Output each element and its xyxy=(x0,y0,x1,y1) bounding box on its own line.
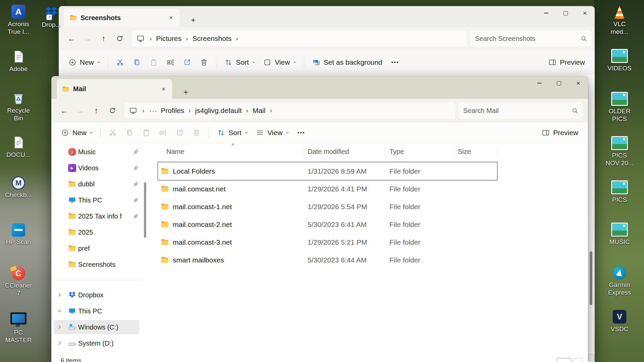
close-tab-icon[interactable]: × xyxy=(168,14,174,21)
sidebar-item-windows-c[interactable]: Windows (C:) xyxy=(51,319,148,335)
new-tab-button[interactable]: + xyxy=(188,15,198,27)
sidebar-item-this-pc-tree[interactable]: This PC xyxy=(51,303,148,319)
new-button[interactable]: New › xyxy=(57,125,97,140)
sidebar-item-dubbl[interactable]: dubbl xyxy=(51,176,148,192)
close-tab-icon[interactable]: × xyxy=(160,85,167,93)
desktop-icon-pics[interactable]: PICS xyxy=(602,178,637,204)
back-button[interactable]: ← xyxy=(56,103,72,118)
search-icon[interactable] xyxy=(580,35,587,42)
desktop-icon-pc-master[interactable]: PCMASTER xyxy=(1,308,36,344)
sidebar-item-screenshots[interactable]: Screenshots xyxy=(51,256,148,273)
search-input[interactable] xyxy=(474,35,580,43)
desktop-icon-videos[interactable]: VIDEOS xyxy=(602,47,637,72)
table-row-local-folders[interactable]: Local Folders 1/31/2026 8:59 AM File fol… xyxy=(158,162,497,180)
search-input[interactable] xyxy=(463,107,572,115)
table-row[interactable]: mail.comcast-1.net 1/29/2026 5:54 PM Fil… xyxy=(158,198,497,216)
cut-button[interactable] xyxy=(112,55,128,70)
search-box[interactable] xyxy=(459,103,583,119)
up-button[interactable]: ↑ xyxy=(88,103,104,118)
tab-screenshots[interactable]: Screenshots × xyxy=(64,9,179,27)
sidebar-item-dropbox[interactable]: Dropbox xyxy=(51,287,148,303)
sidebar-item-2025-tax-info[interactable]: 2025 Tax info f xyxy=(51,208,148,224)
forward-button[interactable]: → xyxy=(79,31,96,46)
set-as-background-button[interactable]: Set as background xyxy=(308,55,387,70)
desktop-icon-acronis[interactable]: A AcronisTrue I... xyxy=(1,3,36,36)
rename-button[interactable] xyxy=(162,55,179,70)
preview-button[interactable]: Preview xyxy=(544,55,589,70)
paste-button[interactable] xyxy=(145,55,162,70)
minimize-button[interactable] xyxy=(536,6,556,20)
column-divider[interactable] xyxy=(454,147,454,156)
table-row[interactable]: mail.comcast.net 1/29/2026 4:41 PM File … xyxy=(158,180,497,198)
desktop-icon-adobe[interactable]: Adobe xyxy=(1,48,36,73)
minimize-button[interactable] xyxy=(530,76,549,90)
chevron-right-icon[interactable] xyxy=(57,324,62,329)
sort-button[interactable]: Sort › xyxy=(220,55,259,70)
maximize-button[interactable] xyxy=(556,6,575,20)
table-row[interactable]: smart mailboxes 5/30/2023 6:44 AM File f… xyxy=(158,251,497,269)
column-header-date-modified[interactable]: Date modified xyxy=(308,148,349,156)
table-row[interactable]: mail.comcast-2.net 5/30/2023 6:41 AM Fil… xyxy=(158,216,497,233)
icons-view-toggle[interactable] xyxy=(573,358,583,362)
refresh-button[interactable] xyxy=(112,31,128,46)
paste-button[interactable] xyxy=(138,125,155,140)
column-header-size[interactable]: Size xyxy=(458,148,471,156)
view-button[interactable]: View › xyxy=(252,125,292,140)
copy-button[interactable] xyxy=(121,125,138,140)
sidebar-item-music[interactable]: ♪ Music xyxy=(51,144,148,160)
desktop-icon-dropbox[interactable]: ↗ Drop... xyxy=(34,3,69,29)
up-button[interactable]: ↑ xyxy=(96,31,112,46)
refresh-button[interactable] xyxy=(104,103,120,118)
desktop-icon-recycle-bin[interactable]: RecycleBin xyxy=(1,89,36,122)
tab-mail[interactable]: Mail × xyxy=(57,79,172,99)
this-device-icon[interactable] xyxy=(137,35,145,43)
desktop-icon-music[interactable]: MUSIC xyxy=(602,221,637,246)
sidebar-item-pref[interactable]: pref xyxy=(51,240,148,256)
view-button[interactable]: View › xyxy=(259,55,300,70)
column-header-name[interactable]: Name xyxy=(166,148,184,156)
sidebar-item-videos[interactable]: ▶ Videos xyxy=(51,160,148,176)
chevron-down-icon[interactable] xyxy=(57,308,62,313)
search-box[interactable] xyxy=(470,31,591,47)
scrollbar-button[interactable] xyxy=(588,354,595,361)
desktop-icon-ccleaner[interactable]: C CCleaner7 xyxy=(1,264,36,297)
close-window-button[interactable]: × xyxy=(569,76,588,90)
more-options-button[interactable]: ••• xyxy=(387,59,404,65)
breadcrumb-screenshots[interactable]: Screenshots xyxy=(191,35,233,43)
desktop-icon-vsdc[interactable]: V VSDC xyxy=(602,308,637,333)
column-divider[interactable] xyxy=(498,147,498,156)
new-button[interactable]: New › xyxy=(64,55,104,70)
delete-button[interactable] xyxy=(188,125,205,140)
back-button[interactable]: ← xyxy=(63,31,79,46)
breadcrumb-pictures[interactable]: Pictures xyxy=(155,35,183,43)
sidebar-scrollbar[interactable] xyxy=(144,182,146,238)
share-button[interactable] xyxy=(179,55,196,70)
forward-button[interactable]: → xyxy=(72,103,88,118)
details-view-toggle[interactable] xyxy=(556,358,571,362)
column-divider[interactable] xyxy=(303,147,303,156)
desktop-icon-hp-scan[interactable]: HP Scan xyxy=(1,221,36,246)
breadcrumb-profiles[interactable]: Profiles xyxy=(159,107,185,115)
desktop-icon-garmin[interactable]: GarminExpress xyxy=(602,263,637,297)
column-divider[interactable] xyxy=(384,147,384,156)
desktop-icon-docu[interactable]: DOCU... xyxy=(1,133,36,159)
scrollbar-thumb[interactable] xyxy=(590,251,592,305)
copy-button[interactable] xyxy=(128,55,145,70)
breadcrumb-mail[interactable]: Mail xyxy=(251,107,267,115)
breadcrumb-ellipsis[interactable]: ··· xyxy=(147,107,159,115)
delete-button[interactable] xyxy=(196,55,212,70)
desktop-icon-pics-nov[interactable]: PICSNOV 20... xyxy=(602,134,637,167)
desktop-icon-checkbook[interactable]: M Checkb... xyxy=(1,174,36,199)
chevron-right-icon[interactable] xyxy=(57,341,62,346)
preview-button[interactable]: Preview xyxy=(537,125,583,140)
desktop-icon-vlc[interactable]: VLCmed... xyxy=(602,3,637,36)
new-tab-button[interactable]: + xyxy=(181,87,191,99)
this-device-icon[interactable] xyxy=(129,107,137,115)
share-button[interactable] xyxy=(171,125,188,140)
sort-button[interactable]: Sort › xyxy=(213,125,252,140)
sidebar-item-this-pc[interactable]: This PC xyxy=(51,192,148,208)
breadcrumb-profile-folder[interactable]: js4glivg.default xyxy=(194,107,243,115)
desktop-icon-older-pics[interactable]: OLDERPICS xyxy=(602,90,637,123)
column-header-type[interactable]: Type xyxy=(389,148,404,156)
sidebar-item-2025[interactable]: 2025 xyxy=(51,224,148,240)
